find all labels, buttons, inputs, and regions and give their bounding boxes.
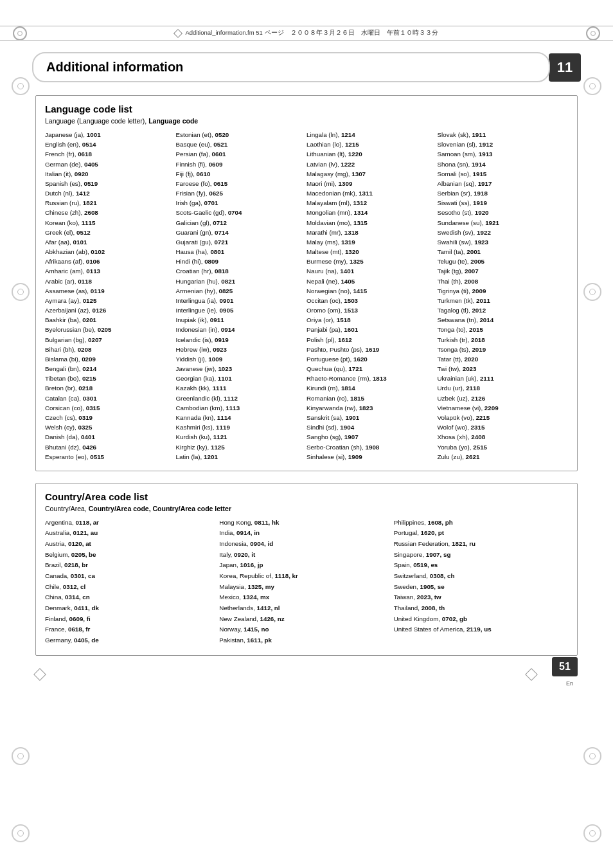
lang-item: Bhutani (dz), 0426 xyxy=(45,442,172,452)
lang-item: Estonian (et), 0520 xyxy=(176,130,303,140)
lang-item: Romanian (ro), 1815 xyxy=(306,393,434,403)
country-section-title: Country/Area code list xyxy=(45,491,568,502)
lang-col-0: Japanese (ja), 1001English (en), 0514Fre… xyxy=(45,130,176,462)
lang-item: Icelandic (is), 0919 xyxy=(176,335,303,345)
country-item: Argentina, 0118, ar xyxy=(45,518,215,529)
corner-circle-br xyxy=(583,747,601,765)
lang-item: Occitan (oc), 1503 xyxy=(306,296,434,305)
lang-item: Armenian (hy), 0825 xyxy=(176,286,303,296)
lang-item: Polish (pl), 1612 xyxy=(306,335,434,345)
corner-circle-ml xyxy=(12,283,30,301)
lang-item: Telugu (te), 2005 xyxy=(438,257,565,266)
lang-item: Azerbaijani (az), 0126 xyxy=(45,305,172,315)
lang-item: Afrikaans (af), 0106 xyxy=(45,257,172,266)
country-col-0: Argentina, 0118, arAustralia, 0121, auAu… xyxy=(45,518,219,646)
lang-item: Sanskrit (sa), 1901 xyxy=(306,413,434,422)
lang-item: Yiddish (ji), 1009 xyxy=(176,354,303,364)
lang-item: Albanian (sq), 1917 xyxy=(438,179,565,188)
lang-item: Macedonian (mk), 1311 xyxy=(306,188,434,198)
lang-item: Danish (da), 0401 xyxy=(45,432,172,442)
lang-item: Pashto, Pushto (ps), 1619 xyxy=(306,345,434,354)
lang-item: Setswana (tn), 2014 xyxy=(438,315,565,325)
lang-item: Galician (gl), 0712 xyxy=(176,218,303,228)
country-item: Belgium, 0205, be xyxy=(45,550,215,561)
lang-item: Irish (ga), 0701 xyxy=(176,198,303,208)
lang-item: Persian (fa), 0601 xyxy=(176,149,303,159)
lang-item: Kashmiri (ks), 1119 xyxy=(176,422,303,432)
lang-item: Assamese (as), 0119 xyxy=(45,286,172,296)
lang-item: Zulu (zu), 2621 xyxy=(438,452,565,462)
lang-item: Burmese (my), 1325 xyxy=(306,257,434,266)
country-item: Malaysia, 1325, my xyxy=(219,582,389,593)
lang-item: Byelorussian (be), 0205 xyxy=(45,325,172,334)
lang-item: Vietnamese (vi), 2209 xyxy=(438,403,565,413)
lang-item: Tamil (ta), 2001 xyxy=(438,247,565,257)
country-item: Italy, 0920, it xyxy=(219,550,389,561)
lang-item: Hausa (ha), 0801 xyxy=(176,247,303,257)
country-item: Hong Kong, 0811, hk xyxy=(219,518,389,529)
lang-item: Ukrainian (uk), 2111 xyxy=(438,374,565,383)
corner-circle-bl xyxy=(12,747,30,765)
lang-item: Wolof (wo), 2315 xyxy=(438,422,565,432)
lang-item: Indonesian (in), 0914 xyxy=(176,325,303,334)
lang-item: Tibetan (bo), 0215 xyxy=(45,374,172,383)
country-item: Spain, 0519, es xyxy=(394,560,564,571)
lang-item: Oriya (or), 1518 xyxy=(306,315,434,325)
country-item: Canada, 0301, ca xyxy=(45,571,215,582)
chapter-number: 11 xyxy=(557,59,573,76)
country-section-subtitle: Country/Area, Country/Area code, Country… xyxy=(45,505,568,512)
country-item: Portugal, 1620, pt xyxy=(394,528,564,539)
lang-item: Czech (cs), 0319 xyxy=(45,413,172,422)
lang-item: Russian (ru), 1821 xyxy=(45,198,172,208)
lang-item: Fiji (fj), 0610 xyxy=(176,169,303,179)
lang-item: Swedish (sv), 1922 xyxy=(438,228,565,237)
lang-item: Latin (la), 1201 xyxy=(176,452,303,462)
lang-item: Guarani (gn), 0714 xyxy=(176,228,303,237)
country-item: Korea, Republic of, 1118, kr xyxy=(219,571,389,582)
page-number-box: 51 xyxy=(552,657,578,676)
country-col-2: Philippines, 1608, phPortugal, 1620, ptR… xyxy=(394,518,568,646)
lang-item: Amharic (am), 0113 xyxy=(45,266,172,276)
lang-item: Kirghiz (ky), 1125 xyxy=(176,442,303,452)
lang-item: Tajik (tg), 2007 xyxy=(438,266,565,276)
lang-item: Samoan (sm), 1913 xyxy=(438,149,565,159)
country-item: Japan, 1016, jp xyxy=(219,560,389,571)
top-bar-text: Additional_information.fm 51 ページ ２００８年３月… xyxy=(185,29,438,37)
lang-col-2: Lingala (ln), 1214Laothian (lo), 1215Lit… xyxy=(306,130,438,462)
lang-item: Moldavian (mo), 1315 xyxy=(306,218,434,228)
lang-item: Malay (ms), 1319 xyxy=(306,237,434,247)
top-bar-circle-left xyxy=(13,26,27,41)
lang-item: Tatar (tt), 2020 xyxy=(438,354,565,364)
country-item: Finland, 0609, fi xyxy=(45,614,215,625)
lang-item: Uzbek (uz), 2126 xyxy=(438,393,565,403)
top-bar-diamond-left xyxy=(173,28,182,37)
lang-col-3: Slovak (sk), 1911Slovenian (sl), 1912Sam… xyxy=(438,130,569,462)
main-content: Language code list Language (Language co… xyxy=(0,82,613,680)
lang-item: Breton (br), 0218 xyxy=(45,383,172,393)
country-col-1: Hong Kong, 0811, hkIndia, 0914, inIndone… xyxy=(219,518,393,646)
country-item: Denmark, 0411, dk xyxy=(45,603,215,614)
country-item: New Zealand, 1426, nz xyxy=(219,614,389,625)
lang-item: Siswati (ss), 1919 xyxy=(438,198,565,208)
country-item: Russian Federation, 1821, ru xyxy=(394,539,564,550)
lang-item: Afar (aa), 0101 xyxy=(45,237,172,247)
top-bar-circle-right xyxy=(586,26,600,41)
lang-item: Welsh (cy), 0325 xyxy=(45,422,172,432)
corner-circle-mr xyxy=(583,283,601,301)
lang-item: Turkmen (tk), 2011 xyxy=(438,296,565,305)
lang-item: Javanese (jw), 1023 xyxy=(176,364,303,374)
lang-item: Turkish (tr), 2018 xyxy=(438,335,565,345)
chapter-title: Additional information xyxy=(46,60,183,74)
chapter-title-box: Additional information xyxy=(32,52,550,82)
lang-item: Sinhalese (si), 1909 xyxy=(306,452,434,462)
lang-item: Nauru (na), 1401 xyxy=(306,266,434,276)
lang-item: Tigrinya (ti), 2009 xyxy=(438,286,565,296)
lang-item: Portuguese (pt), 1620 xyxy=(306,354,434,364)
lang-item: Bashkir (ba), 0201 xyxy=(45,315,172,325)
lang-item: Arabic (ar), 0118 xyxy=(45,276,172,286)
country-item: France, 0618, fr xyxy=(45,624,215,635)
lang-item: Thai (th), 2008 xyxy=(438,276,565,286)
lang-item: Cambodian (km), 1113 xyxy=(176,403,303,413)
country-item: Indonesia, 0904, id xyxy=(219,539,389,550)
country-item: United Kingdom, 0702, gb xyxy=(394,614,564,625)
